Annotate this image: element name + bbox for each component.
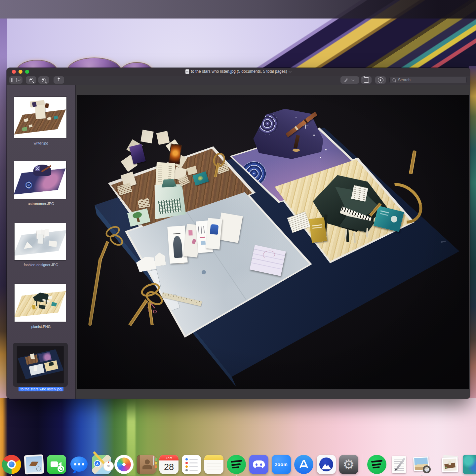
dock-system-preferences-icon[interactable]: ⚙ (339, 455, 358, 474)
markup-pen-icon (378, 77, 383, 83)
thumbnail-writer[interactable] (14, 97, 66, 138)
dock-calendar-icon[interactable]: JAN 28 (159, 455, 178, 474)
markup-toolbar-button[interactable] (375, 76, 386, 84)
mini-typewriter (30, 353, 35, 359)
dock-notes-icon[interactable] (204, 455, 223, 474)
gold-ribbon-tail (88, 257, 102, 326)
rotate-icon (364, 77, 369, 83)
handset-glyph (58, 466, 64, 472)
thumbnail-fashion-designer[interactable] (15, 223, 66, 260)
spotify-wave (373, 466, 380, 468)
mini-yellow-book (32, 305, 35, 310)
calendar-month: JAN (166, 456, 172, 459)
mini-card (28, 124, 32, 127)
sidebar-item-label: fashion designer.JPG (7, 263, 75, 267)
dock-discord-icon[interactable] (249, 455, 268, 474)
zoom-in-icon (42, 78, 46, 82)
dock-messages-icon[interactable] (69, 455, 89, 474)
mini-piano-leg (36, 301, 37, 306)
stacked-photo-front (442, 457, 458, 472)
dock-photos-stack[interactable] (440, 455, 459, 474)
share-button[interactable] (54, 76, 64, 84)
mini-card (49, 240, 57, 247)
dock-preview-icon[interactable] (412, 455, 431, 474)
pencil-icon (344, 78, 348, 82)
person-shoulders (142, 465, 152, 469)
nebula-card (168, 143, 182, 165)
pink-sketch (188, 230, 193, 235)
thumbnail-pianist[interactable] (15, 284, 66, 322)
dock-contacts-icon[interactable] (137, 455, 156, 474)
dock-photos-icon[interactable] (114, 455, 134, 474)
title-chevron-icon[interactable] (289, 69, 292, 73)
compass-needle (108, 461, 109, 463)
book-cover-art (197, 176, 204, 181)
dock-zoom-icon[interactable]: zoom (272, 455, 291, 474)
search-field[interactable] (389, 77, 467, 83)
dock-facetime-icon[interactable] (47, 455, 66, 474)
mini-typewriter (35, 104, 46, 119)
rotate-left-button[interactable] (361, 76, 372, 84)
button-divider (350, 77, 350, 83)
pink-sketch (192, 239, 196, 244)
arch-page (140, 130, 154, 143)
a-stroke (303, 460, 308, 468)
bench-leg (345, 228, 347, 238)
sidebar-toggle-button[interactable] (9, 76, 22, 84)
pink-mark (200, 237, 205, 238)
dock-nordvpn-icon[interactable] (317, 455, 336, 474)
dock-maps-icon[interactable]: 3D (92, 455, 111, 474)
zoom-out-button[interactable] (26, 76, 36, 84)
wallpaper-left-edge (0, 19, 7, 400)
dress-silhouette (173, 236, 183, 258)
sidebar-item-label-selected: to the stars who listen.jpg (19, 387, 63, 391)
spotify-wave (372, 463, 381, 466)
running-indicator (11, 475, 12, 476)
selected-label-row: to the stars who listen.jpg (7, 387, 75, 391)
stamp-inner (26, 456, 42, 473)
mini-panel (45, 229, 49, 237)
dock-mail-icon[interactable] (24, 455, 44, 475)
dock-spotify-icon[interactable] (227, 455, 246, 474)
thumbnail-to-the-stars[interactable] (17, 346, 63, 383)
loupe-icon (423, 465, 431, 473)
dock-clipped-document[interactable] (463, 455, 476, 474)
dock-textedit-icon[interactable] (390, 455, 409, 474)
hanger-bar (173, 233, 180, 234)
gold-ribbon-tail (128, 299, 148, 326)
wallpaper-top-strip (0, 0, 476, 19)
sheet-music (351, 185, 368, 201)
sidebar-icon (11, 78, 17, 82)
zoom-out-icon (29, 78, 33, 82)
mini-piano-leg (46, 299, 47, 304)
dock-reminders-icon[interactable] (182, 455, 201, 474)
gear-icon: ⚙ (343, 458, 355, 471)
compass-badge: 3D (103, 461, 114, 471)
note-card (138, 198, 150, 209)
book-spine (137, 455, 140, 474)
search-input[interactable] (397, 77, 464, 83)
calendar-day: 28 (164, 462, 174, 472)
running-indicator (421, 475, 422, 476)
spotify-wave (371, 460, 382, 463)
tree-crown (132, 211, 143, 219)
sidebar-item-label: pianist.PNG (7, 325, 75, 329)
sidebar: writer.jpg astronomer.JPG (7, 85, 76, 399)
dock-spotify-icon[interactable] (367, 455, 386, 474)
bubble (70, 456, 88, 472)
mini-paper-tower (38, 234, 43, 244)
markup-pencil-button[interactable] (340, 76, 359, 84)
typewriter-hood (161, 179, 177, 188)
dock-chrome-icon[interactable] (2, 455, 21, 474)
thumbnail-astronomer[interactable] (14, 161, 66, 199)
mini-spiral-galaxy (25, 181, 33, 189)
zoom-in-button[interactable] (38, 76, 49, 84)
swirl-planet (257, 113, 278, 135)
dock-app-store-icon[interactable] (294, 455, 313, 474)
preview-window: to the stars who listen.jpg (5 documents… (7, 68, 470, 399)
mini-panel (34, 366, 37, 371)
a-crossbar (301, 465, 307, 467)
postmark (36, 466, 41, 471)
search-icon (392, 78, 396, 82)
bench-leg (353, 232, 356, 242)
